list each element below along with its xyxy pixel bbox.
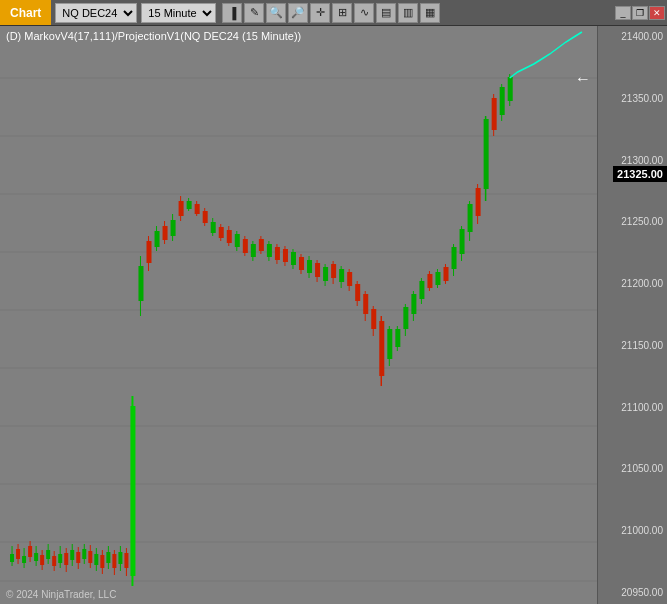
pencil-icon[interactable]: ✎ <box>244 3 264 23</box>
svg-rect-44 <box>106 552 110 563</box>
footer-copyright: © 2024 NinjaTrader, LLC <box>6 589 116 600</box>
chart-main[interactable]: (D) MarkovV4(17,111)/ProjectionV1(NQ DEC… <box>0 26 597 604</box>
svg-rect-98 <box>315 263 320 277</box>
svg-rect-142 <box>492 98 497 130</box>
price-axis: 21325.00 21400.00 21350.00 21300.00 2125… <box>597 26 667 604</box>
svg-rect-30 <box>64 553 68 565</box>
svg-rect-38 <box>88 551 92 563</box>
svg-rect-36 <box>82 549 86 559</box>
svg-rect-62 <box>171 220 176 236</box>
svg-rect-88 <box>275 247 280 260</box>
svg-rect-46 <box>112 554 116 568</box>
price-label-21350: 21350.00 <box>598 92 667 106</box>
price-label-21000: 21000.00 <box>598 524 667 538</box>
svg-rect-0 <box>0 26 597 604</box>
svg-rect-66 <box>187 201 192 209</box>
svg-rect-68 <box>195 204 200 214</box>
svg-rect-136 <box>468 204 473 232</box>
price-label-21100: 21100.00 <box>598 401 667 415</box>
chart-container: (D) MarkovV4(17,111)/ProjectionV1(NQ DEC… <box>0 26 667 604</box>
svg-rect-132 <box>452 247 457 269</box>
svg-rect-72 <box>211 222 216 233</box>
svg-rect-16 <box>22 556 26 563</box>
chart-tab[interactable]: Chart <box>0 0 51 25</box>
svg-rect-94 <box>299 257 304 270</box>
svg-rect-110 <box>363 294 368 314</box>
svg-rect-60 <box>163 226 168 240</box>
svg-rect-146 <box>508 77 513 101</box>
svg-rect-100 <box>323 267 328 281</box>
svg-rect-64 <box>179 201 184 216</box>
svg-rect-124 <box>419 281 424 299</box>
price-label-21150: 21150.00 <box>598 339 667 353</box>
svg-rect-82 <box>251 244 256 257</box>
svg-rect-56 <box>146 241 151 263</box>
price-label-21200: 21200.00 <box>598 277 667 291</box>
chart-tab-label: Chart <box>10 6 41 20</box>
svg-rect-32 <box>70 550 74 560</box>
svg-rect-14 <box>16 549 20 559</box>
svg-rect-18 <box>28 546 32 557</box>
svg-rect-90 <box>283 249 288 262</box>
svg-rect-134 <box>460 229 465 254</box>
price-label-21400: 21400.00 <box>598 30 667 44</box>
svg-rect-138 <box>476 188 481 216</box>
svg-rect-80 <box>243 239 248 253</box>
grey2-icon[interactable]: ▦ <box>420 3 440 23</box>
bar-chart-icon[interactable]: ▐ <box>222 3 242 23</box>
svg-rect-24 <box>46 550 50 559</box>
svg-rect-26 <box>52 556 56 566</box>
svg-rect-144 <box>500 87 505 115</box>
title-bar: Chart NQ DEC24ES DEC24CL DEC24 1 Minute5… <box>0 0 667 26</box>
svg-rect-116 <box>387 329 392 359</box>
magnify-minus-icon[interactable]: 🔎 <box>288 3 308 23</box>
restore-button[interactable]: ❐ <box>632 6 648 20</box>
symbol-select[interactable]: NQ DEC24ES DEC24CL DEC24 <box>55 3 137 23</box>
price-label-20950: 20950.00 <box>598 586 667 600</box>
svg-rect-74 <box>219 227 224 238</box>
grey1-icon[interactable]: ▥ <box>398 3 418 23</box>
price-label-21250: 21250.00 <box>598 215 667 229</box>
svg-rect-58 <box>155 231 160 247</box>
minimize-button[interactable]: _ <box>615 6 631 20</box>
svg-rect-84 <box>259 239 264 251</box>
properties-icon[interactable]: ⊞ <box>332 3 352 23</box>
svg-rect-22 <box>40 555 44 565</box>
svg-rect-122 <box>411 294 416 314</box>
timeframe-select[interactable]: 1 Minute5 Minute15 Minute30 Minute1 Hour <box>141 3 216 23</box>
svg-rect-48 <box>118 552 122 564</box>
svg-rect-102 <box>331 264 336 278</box>
magnify-plus-icon[interactable]: 🔍 <box>266 3 286 23</box>
svg-rect-96 <box>307 260 312 273</box>
svg-rect-12 <box>10 554 14 562</box>
svg-rect-140 <box>484 119 489 189</box>
svg-rect-54 <box>138 266 143 301</box>
svg-rect-78 <box>235 234 240 247</box>
svg-rect-104 <box>339 269 344 282</box>
toolbar: ▐ ✎ 🔍 🔎 ✛ ⊞ ∿ ▤ ▥ ▦ <box>222 3 440 23</box>
svg-rect-50 <box>124 553 128 568</box>
chart-subtitle: (D) MarkovV4(17,111)/ProjectionV1(NQ DEC… <box>6 30 301 42</box>
window-controls: _ ❐ ✕ <box>615 6 665 20</box>
svg-rect-70 <box>203 211 208 223</box>
crosshair-icon[interactable]: ✛ <box>310 3 330 23</box>
svg-rect-130 <box>443 267 448 281</box>
price-label-21050: 21050.00 <box>598 462 667 476</box>
indicator-icon[interactable]: ∿ <box>354 3 374 23</box>
svg-rect-86 <box>267 244 272 257</box>
svg-rect-76 <box>227 230 232 243</box>
svg-rect-118 <box>395 329 400 347</box>
svg-rect-112 <box>371 309 376 329</box>
svg-rect-52 <box>130 406 135 576</box>
strategy-icon[interactable]: ▤ <box>376 3 396 23</box>
svg-rect-20 <box>34 553 38 561</box>
svg-rect-106 <box>347 272 352 286</box>
svg-rect-114 <box>379 321 384 376</box>
chart-canvas <box>0 26 597 604</box>
arrow-indicator: ← <box>575 70 591 88</box>
current-price-badge: 21325.00 <box>613 166 667 182</box>
close-button[interactable]: ✕ <box>649 6 665 20</box>
svg-rect-40 <box>94 554 98 565</box>
svg-rect-42 <box>100 555 104 568</box>
svg-rect-34 <box>76 552 80 563</box>
